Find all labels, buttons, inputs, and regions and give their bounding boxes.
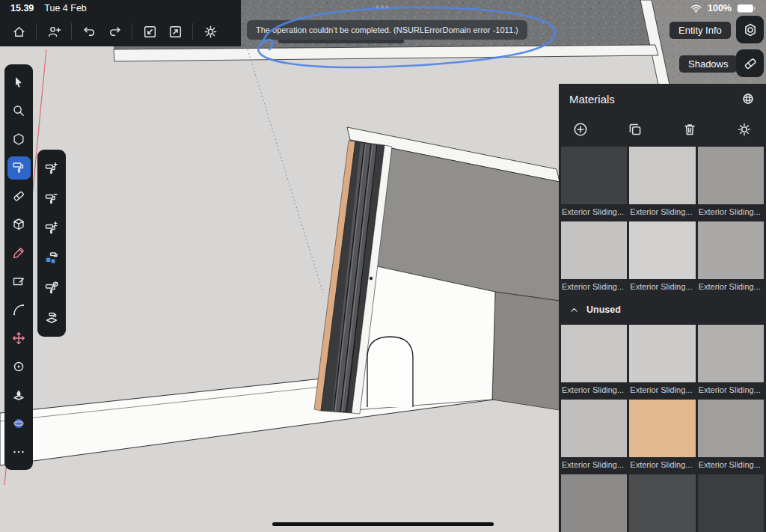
tool-arc[interactable]: [4, 296, 33, 324]
material-swatch[interactable]: [629, 325, 695, 382]
clock: 15.39: [10, 3, 34, 13]
paint-add-option[interactable]: [37, 153, 66, 183]
paint-none-option[interactable]: [37, 273, 66, 303]
material-swatch[interactable]: [629, 400, 695, 457]
chevron-up-icon: [569, 305, 579, 315]
redo-icon: [107, 24, 123, 40]
material-item[interactable]: [561, 474, 627, 532]
materials-grid-in-model: Exterior Sliding... Exterior Sliding... …: [559, 145, 766, 296]
material-swatch[interactable]: [698, 474, 764, 532]
export-button[interactable]: [162, 19, 188, 44]
material-swatch[interactable]: [629, 147, 695, 204]
gear-icon: [203, 24, 218, 40]
delete-material-button[interactable]: [680, 120, 699, 139]
duplicate-material-button[interactable]: [625, 120, 645, 139]
cube-icon: [11, 217, 26, 232]
materials-actions: [559, 114, 766, 145]
material-item[interactable]: Exterior Sliding...: [698, 221, 764, 293]
material-swatch[interactable]: [698, 400, 764, 457]
material-swatch[interactable]: [561, 400, 627, 457]
error-toast-message: The operation couldn’t be completed. (NS…: [256, 25, 518, 34]
entity-info-button[interactable]: [736, 16, 764, 43]
undo-icon: [82, 24, 97, 40]
material-item[interactable]: Exterior Sliding...: [561, 221, 627, 293]
tool-rail: [4, 64, 33, 470]
material-swatch[interactable]: [698, 147, 764, 204]
material-swatch[interactable]: [629, 221, 695, 279]
material-label: Exterior Sliding...: [629, 204, 695, 218]
rotate-target-icon: [11, 359, 26, 374]
date: Tue 4 Feb: [44, 3, 87, 13]
material-item[interactable]: Exterior Sliding...: [629, 325, 695, 397]
paint-remove-option[interactable]: [37, 183, 66, 213]
material-swatch[interactable]: [698, 325, 764, 382]
material-item[interactable]: Exterior Sliding...: [561, 325, 627, 397]
redo-button[interactable]: [102, 19, 127, 44]
paint-add-icon: [44, 161, 59, 176]
material-label: Exterior Sliding...: [698, 279, 764, 293]
paint-multiple-option[interactable]: [37, 243, 66, 273]
material-item[interactable]: Exterior Sliding...: [629, 147, 695, 218]
unused-label: Unused: [586, 305, 621, 315]
import-button[interactable]: [137, 19, 162, 44]
paint-none-icon: [44, 281, 59, 296]
sketchup-ipad-app: { "status_bar": { "time": "15.39", "date…: [0, 0, 766, 532]
toolbar-divider: [132, 23, 132, 40]
material-swatch[interactable]: [698, 221, 764, 279]
material-label: Exterior Sliding...: [698, 457, 764, 471]
tool-more[interactable]: [4, 438, 33, 466]
materials-grid-unused: Exterior Sliding... Exterior Sliding... …: [559, 323, 766, 532]
undo-button[interactable]: [76, 19, 102, 44]
material-item[interactable]: Exterior Sliding...: [561, 147, 627, 218]
unused-section-header[interactable]: Unused: [559, 296, 766, 323]
material-item[interactable]: Exterior Sliding...: [561, 400, 627, 471]
export-icon: [168, 24, 183, 40]
tool-select[interactable]: [4, 68, 33, 97]
material-item[interactable]: [698, 474, 764, 532]
add-collaborator-button[interactable]: [41, 19, 67, 44]
multitask-indicator[interactable]: •••: [376, 1, 390, 12]
shadows-button[interactable]: [736, 49, 764, 77]
material-label: Exterior Sliding...: [629, 382, 695, 397]
entity-info-label[interactable]: Entity Info: [670, 22, 731, 39]
tool-fill[interactable]: [4, 381, 33, 409]
material-options-button[interactable]: [735, 120, 754, 139]
material-label: Exterior Sliding...: [561, 279, 627, 293]
tool-eraser[interactable]: [4, 182, 33, 210]
tool-push-pull[interactable]: [4, 210, 33, 239]
paint-sample-option[interactable]: [37, 303, 66, 333]
home-button[interactable]: [6, 19, 31, 44]
tool-rectangle[interactable]: [4, 267, 33, 296]
add-person-icon: [46, 24, 62, 40]
tool-paint[interactable]: [4, 153, 33, 182]
material-item[interactable]: Exterior Sliding...: [698, 325, 764, 397]
material-item[interactable]: Exterior Sliding...: [629, 400, 695, 471]
home-indicator[interactable]: [272, 522, 494, 526]
import-icon: [142, 24, 158, 40]
tool-rotate[interactable]: [4, 352, 33, 381]
material-item[interactable]: Exterior Sliding...: [698, 400, 764, 471]
entity-info-cube-icon: [742, 22, 759, 38]
material-item[interactable]: [629, 474, 695, 532]
material-swatch[interactable]: [561, 147, 627, 204]
tool-shape[interactable]: [4, 125, 33, 153]
paint-replace-option[interactable]: [37, 213, 66, 243]
tool-move[interactable]: [4, 324, 33, 352]
pencil-icon: [11, 245, 26, 260]
materials-sphere-icon[interactable]: [741, 91, 756, 106]
tool-zoom[interactable]: [4, 97, 33, 125]
tool-orbit[interactable]: [4, 409, 33, 438]
material-swatch[interactable]: [561, 325, 627, 382]
material-swatch[interactable]: [561, 221, 627, 279]
paint-flyout: [37, 150, 66, 337]
arc-tool-icon: [11, 302, 26, 317]
material-item[interactable]: Exterior Sliding...: [698, 147, 764, 218]
settings-button[interactable]: [197, 19, 223, 44]
material-swatch[interactable]: [629, 474, 695, 532]
material-swatch[interactable]: [561, 474, 627, 532]
paint-remove-icon: [44, 191, 59, 206]
add-material-button[interactable]: [571, 120, 590, 139]
material-item[interactable]: Exterior Sliding...: [629, 221, 695, 293]
tool-pencil[interactable]: [4, 239, 33, 267]
shadows-label[interactable]: Shadows: [679, 55, 737, 73]
